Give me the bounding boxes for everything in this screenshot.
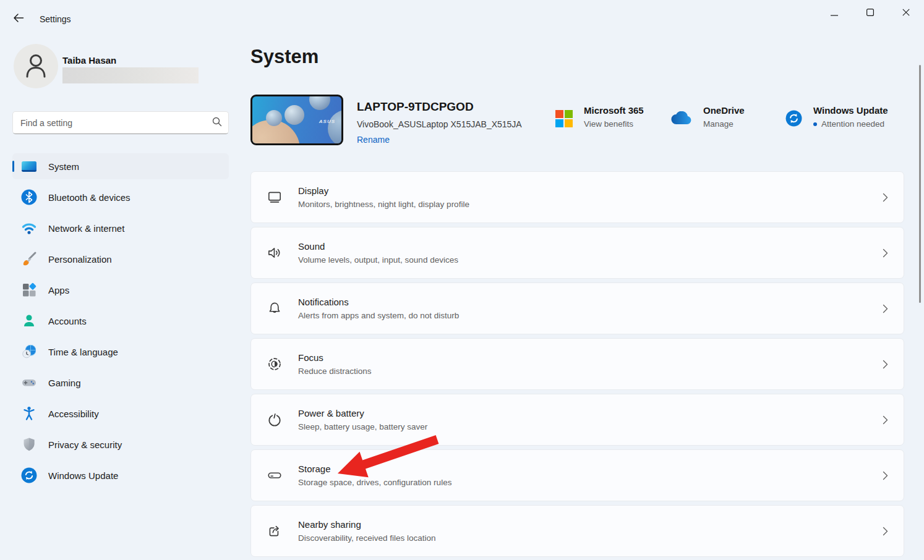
time-language-icon bbox=[21, 344, 37, 360]
device-name: LAPTOP-9TDCPGOD bbox=[357, 100, 474, 114]
row-subtitle: Alerts from apps and system, do not dist… bbox=[298, 311, 879, 320]
chevron-right-icon bbox=[879, 415, 891, 425]
apps-icon bbox=[21, 282, 37, 298]
row-subtitle: Storage space, drives, configuration rul… bbox=[298, 478, 879, 487]
sidebar-item-system[interactable]: System bbox=[12, 153, 229, 179]
quick-card-windows-update: Windows Update Attention needed bbox=[785, 105, 888, 129]
maximize-button[interactable] bbox=[852, 0, 888, 26]
quick-card-onedrive: OneDrive Manage bbox=[671, 105, 745, 129]
row-storage[interactable]: Storage Storage space, drives, configura… bbox=[250, 449, 904, 501]
network-icon bbox=[21, 220, 37, 236]
chevron-right-icon bbox=[879, 248, 891, 258]
sidebar-item-label: Privacy & security bbox=[48, 439, 122, 450]
row-power-battery[interactable]: Power & battery Sleep, battery usage, ba… bbox=[250, 394, 904, 446]
quick-card-title: OneDrive bbox=[703, 105, 745, 116]
titlebar: Settings bbox=[0, 0, 924, 30]
row-focus[interactable]: Focus Reduce distractions bbox=[250, 338, 904, 390]
row-title: Focus bbox=[298, 352, 879, 363]
microsoft-365-logo bbox=[555, 110, 573, 129]
back-button[interactable] bbox=[10, 11, 27, 28]
row-subtitle: Reduce distractions bbox=[298, 367, 879, 376]
sidebar-item-accessibility[interactable]: Accessibility bbox=[12, 401, 229, 426]
row-display[interactable]: Display Monitors, brightness, night ligh… bbox=[250, 171, 904, 223]
sidebar-item-label: Accessibility bbox=[48, 409, 99, 419]
row-sound[interactable]: Sound Volume levels, output, input, soun… bbox=[250, 227, 904, 279]
chevron-right-icon bbox=[879, 527, 891, 536]
row-title: Sound bbox=[298, 241, 879, 252]
sidebar-item-label: Gaming bbox=[48, 378, 81, 388]
thumbnail-bubble bbox=[309, 95, 330, 110]
search-icon bbox=[212, 117, 222, 129]
asus-logo: ASUS bbox=[319, 119, 335, 124]
chevron-right-icon bbox=[879, 193, 891, 202]
row-notifications[interactable]: Notifications Alerts from apps and syste… bbox=[250, 282, 904, 334]
thumbnail-bubble bbox=[266, 110, 282, 126]
sidebar-item-label: Windows Update bbox=[48, 470, 118, 481]
row-title: Power & battery bbox=[298, 408, 879, 418]
maximize-icon bbox=[866, 7, 874, 19]
sidebar-item-windows-update[interactable]: Windows Update bbox=[12, 462, 229, 488]
close-button[interactable] bbox=[888, 0, 924, 26]
sidebar-item-personalization[interactable]: Personalization bbox=[12, 246, 229, 272]
quick-card-microsoft-365: Microsoft 365 View benefits bbox=[555, 105, 644, 129]
sidebar-item-gaming[interactable]: Gaming bbox=[12, 370, 229, 396]
row-subtitle: Monitors, brightness, night light, displ… bbox=[298, 200, 879, 209]
sidebar-item-bluetooth-devices[interactable]: Bluetooth & devices bbox=[12, 184, 229, 210]
windows-update-icon bbox=[21, 467, 37, 483]
accessibility-icon bbox=[21, 405, 37, 422]
system-icon bbox=[21, 158, 37, 174]
view-benefits-link[interactable]: View benefits bbox=[584, 119, 644, 129]
sidebar-item-label: System bbox=[48, 161, 79, 172]
chevron-right-icon bbox=[879, 360, 891, 369]
avatar bbox=[14, 44, 58, 88]
manage-link[interactable]: Manage bbox=[703, 119, 745, 129]
app-title: Settings bbox=[40, 14, 71, 24]
user-name: Taiba Hasan bbox=[62, 55, 116, 66]
sidebar-item-label: Network & internet bbox=[48, 223, 124, 234]
row-subtitle: Volume levels, output, input, sound devi… bbox=[298, 255, 879, 265]
row-title: Notifications bbox=[298, 297, 879, 307]
sidebar-item-label: Bluetooth & devices bbox=[48, 192, 130, 203]
bluetooth-icon bbox=[21, 189, 37, 205]
settings-rows: Display Monitors, brightness, night ligh… bbox=[250, 171, 904, 557]
row-subtitle: Discoverability, received files location bbox=[298, 533, 879, 543]
close-icon bbox=[902, 7, 910, 19]
attention-dot bbox=[813, 122, 817, 126]
storage-icon bbox=[251, 467, 298, 483]
device-thumbnail: ASUS bbox=[250, 95, 343, 145]
page-title: System bbox=[250, 46, 319, 68]
sidebar-item-network-internet[interactable]: Network & internet bbox=[12, 215, 229, 241]
sidebar-item-privacy-security[interactable]: Privacy & security bbox=[12, 431, 229, 457]
display-icon bbox=[251, 189, 298, 205]
device-model: VivoBook_ASUSLaptop X515JAB_X515JA bbox=[357, 119, 522, 129]
row-title: Nearby sharing bbox=[298, 519, 879, 530]
minimize-icon bbox=[831, 7, 838, 19]
rename-link[interactable]: Rename bbox=[357, 135, 390, 145]
scrollbar-thumb[interactable] bbox=[919, 65, 921, 303]
sidebar-item-label: Apps bbox=[48, 285, 69, 295]
back-arrow-icon bbox=[13, 13, 24, 25]
accounts-icon bbox=[21, 313, 37, 329]
search-input[interactable] bbox=[20, 118, 212, 128]
selected-indicator bbox=[12, 161, 14, 172]
row-subtitle: Sleep, battery usage, battery saver bbox=[298, 422, 879, 431]
gaming-icon bbox=[21, 375, 37, 391]
sidebar-item-accounts[interactable]: Accounts bbox=[12, 308, 229, 334]
notifications-icon bbox=[251, 300, 298, 316]
onedrive-icon bbox=[671, 111, 692, 129]
chevron-right-icon bbox=[879, 304, 891, 313]
chevron-right-icon bbox=[879, 471, 891, 480]
sidebar-item-label: Time & language bbox=[48, 347, 118, 357]
sidebar-item-label: Accounts bbox=[48, 316, 87, 326]
row-title: Display bbox=[298, 185, 879, 196]
focus-icon bbox=[251, 356, 298, 372]
attention-status: Attention needed bbox=[821, 119, 884, 129]
sidebar-item-time-language[interactable]: Time & language bbox=[12, 339, 229, 365]
minimize-button[interactable] bbox=[816, 0, 852, 26]
sidebar-item-apps[interactable]: Apps bbox=[12, 277, 229, 303]
sidebar-nav: System Bluetooth & devices Network & int… bbox=[12, 153, 229, 488]
row-title: Storage bbox=[298, 464, 879, 474]
search-box[interactable] bbox=[12, 111, 229, 134]
personalization-icon bbox=[21, 251, 37, 267]
row-nearby-sharing[interactable]: Nearby sharing Discoverability, received… bbox=[250, 505, 904, 557]
